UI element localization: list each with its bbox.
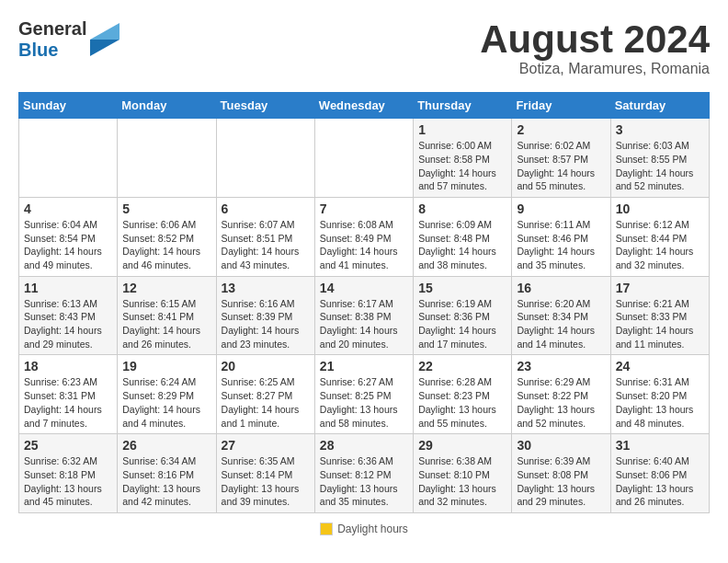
day-number: 1: [418, 122, 506, 137]
col-header-saturday: Saturday: [610, 93, 709, 119]
legend-daylight-label: Daylight hours: [337, 523, 408, 535]
day-info: Sunrise: 6:02 AMSunset: 8:57 PMDaylight:…: [517, 139, 605, 193]
calendar-cell: 1Sunrise: 6:00 AMSunset: 8:58 PMDaylight…: [414, 119, 512, 198]
col-header-monday: Monday: [118, 93, 216, 119]
day-number: 21: [320, 359, 408, 373]
footer-legend: Daylight hours: [18, 523, 710, 535]
day-number: 15: [418, 281, 506, 295]
day-info: Sunrise: 6:39 AMSunset: 8:08 PMDaylight:…: [517, 454, 605, 509]
day-info: Sunrise: 6:24 AMSunset: 8:29 PMDaylight:…: [122, 375, 210, 430]
day-number: 31: [616, 438, 704, 453]
day-number: 24: [616, 359, 704, 373]
day-info: Sunrise: 6:38 AMSunset: 8:10 PMDaylight:…: [418, 454, 506, 509]
calendar-cell: 30Sunrise: 6:39 AMSunset: 8:08 PMDayligh…: [512, 434, 610, 513]
calendar-cell: 18Sunrise: 6:23 AMSunset: 8:31 PMDayligh…: [19, 355, 118, 434]
day-info: Sunrise: 6:28 AMSunset: 8:23 PMDaylight:…: [418, 375, 506, 430]
subtitle: Botiza, Maramures, Romania: [480, 61, 710, 77]
col-header-friday: Friday: [512, 93, 610, 119]
col-header-thursday: Thursday: [414, 93, 512, 119]
calendar-cell: 11Sunrise: 6:13 AMSunset: 8:43 PMDayligh…: [19, 276, 118, 355]
calendar-cell: 22Sunrise: 6:28 AMSunset: 8:23 PMDayligh…: [414, 355, 512, 434]
day-number: 18: [24, 359, 112, 373]
day-number: 26: [122, 438, 210, 453]
day-number: 10: [616, 201, 704, 216]
day-number: 20: [222, 359, 310, 373]
footer: Daylight hours: [18, 523, 710, 535]
day-number: 6: [222, 201, 310, 216]
day-info: Sunrise: 6:15 AMSunset: 8:41 PMDaylight:…: [122, 297, 210, 351]
day-number: 30: [517, 438, 605, 453]
logo: General Blue: [18, 18, 119, 61]
calendar-cell: 14Sunrise: 6:17 AMSunset: 8:38 PMDayligh…: [314, 276, 413, 355]
calendar-cell: 31Sunrise: 6:40 AMSunset: 8:06 PMDayligh…: [610, 434, 709, 513]
calendar-cell: 12Sunrise: 6:15 AMSunset: 8:41 PMDayligh…: [118, 276, 216, 355]
calendar-cell: 26Sunrise: 6:34 AMSunset: 8:16 PMDayligh…: [118, 434, 216, 513]
day-number: 4: [24, 201, 112, 216]
day-info: Sunrise: 6:07 AMSunset: 8:51 PMDaylight:…: [222, 218, 310, 272]
day-number: 13: [222, 281, 310, 295]
calendar-cell: 17Sunrise: 6:21 AMSunset: 8:33 PMDayligh…: [610, 276, 709, 355]
day-info: Sunrise: 6:32 AMSunset: 8:18 PMDaylight:…: [24, 454, 112, 509]
day-number: 12: [122, 281, 210, 295]
logo-icon: [90, 23, 119, 56]
day-number: 14: [320, 281, 408, 295]
calendar-cell: 16Sunrise: 6:20 AMSunset: 8:34 PMDayligh…: [512, 276, 610, 355]
logo-general-text: General: [18, 18, 86, 39]
calendar-cell: 7Sunrise: 6:08 AMSunset: 8:49 PMDaylight…: [314, 197, 413, 276]
calendar-cell: [314, 119, 413, 198]
main-title: August 2024: [480, 18, 710, 61]
day-number: 8: [418, 201, 506, 216]
day-info: Sunrise: 6:06 AMSunset: 8:52 PMDaylight:…: [122, 218, 210, 272]
day-number: 19: [122, 359, 210, 373]
svg-marker-0: [90, 40, 119, 56]
day-info: Sunrise: 6:16 AMSunset: 8:39 PMDaylight:…: [222, 297, 310, 351]
day-number: 22: [418, 359, 506, 373]
day-info: Sunrise: 6:04 AMSunset: 8:54 PMDaylight:…: [24, 218, 112, 272]
day-info: Sunrise: 6:00 AMSunset: 8:58 PMDaylight:…: [418, 139, 506, 193]
calendar-cell: 25Sunrise: 6:32 AMSunset: 8:18 PMDayligh…: [19, 434, 118, 513]
week-row-5: 25Sunrise: 6:32 AMSunset: 8:18 PMDayligh…: [19, 434, 710, 513]
calendar-cell: 3Sunrise: 6:03 AMSunset: 8:55 PMDaylight…: [610, 119, 709, 198]
calendar-cell: 19Sunrise: 6:24 AMSunset: 8:29 PMDayligh…: [118, 355, 216, 434]
day-info: Sunrise: 6:09 AMSunset: 8:48 PMDaylight:…: [418, 218, 506, 272]
day-info: Sunrise: 6:40 AMSunset: 8:06 PMDaylight:…: [616, 454, 704, 509]
day-number: 25: [24, 438, 112, 453]
day-info: Sunrise: 6:35 AMSunset: 8:14 PMDaylight:…: [222, 454, 310, 509]
day-info: Sunrise: 6:36 AMSunset: 8:12 PMDaylight:…: [320, 454, 408, 509]
day-info: Sunrise: 6:21 AMSunset: 8:33 PMDaylight:…: [616, 297, 704, 351]
day-number: 7: [320, 201, 408, 216]
calendar-cell: 6Sunrise: 6:07 AMSunset: 8:51 PMDaylight…: [216, 197, 314, 276]
day-info: Sunrise: 6:08 AMSunset: 8:49 PMDaylight:…: [320, 218, 408, 272]
calendar-cell: [216, 119, 314, 198]
calendar-cell: 27Sunrise: 6:35 AMSunset: 8:14 PMDayligh…: [216, 434, 314, 513]
day-number: 27: [222, 438, 310, 453]
day-info: Sunrise: 6:25 AMSunset: 8:27 PMDaylight:…: [222, 375, 310, 430]
day-info: Sunrise: 6:12 AMSunset: 8:44 PMDaylight:…: [616, 218, 704, 272]
calendar-cell: 2Sunrise: 6:02 AMSunset: 8:57 PMDaylight…: [512, 119, 610, 198]
calendar-cell: 21Sunrise: 6:27 AMSunset: 8:25 PMDayligh…: [314, 355, 413, 434]
week-row-3: 11Sunrise: 6:13 AMSunset: 8:43 PMDayligh…: [19, 276, 710, 355]
week-row-2: 4Sunrise: 6:04 AMSunset: 8:54 PMDaylight…: [19, 197, 710, 276]
day-info: Sunrise: 6:29 AMSunset: 8:22 PMDaylight:…: [517, 375, 605, 430]
day-number: 17: [616, 281, 704, 295]
col-header-tuesday: Tuesday: [216, 93, 314, 119]
day-number: 3: [616, 122, 704, 137]
day-number: 5: [122, 201, 210, 216]
col-header-wednesday: Wednesday: [314, 93, 413, 119]
calendar-cell: 5Sunrise: 6:06 AMSunset: 8:52 PMDaylight…: [118, 197, 216, 276]
calendar-cell: [118, 119, 216, 198]
week-row-1: 1Sunrise: 6:00 AMSunset: 8:58 PMDaylight…: [19, 119, 710, 198]
day-info: Sunrise: 6:03 AMSunset: 8:55 PMDaylight:…: [616, 139, 704, 193]
calendar-table: SundayMondayTuesdayWednesdayThursdayFrid…: [18, 92, 710, 513]
calendar-cell: 24Sunrise: 6:31 AMSunset: 8:20 PMDayligh…: [610, 355, 709, 434]
calendar-cell: 9Sunrise: 6:11 AMSunset: 8:46 PMDaylight…: [512, 197, 610, 276]
day-number: 11: [24, 281, 112, 295]
legend-box-daylight: [320, 523, 333, 535]
day-info: Sunrise: 6:11 AMSunset: 8:46 PMDaylight:…: [517, 218, 605, 272]
day-info: Sunrise: 6:20 AMSunset: 8:34 PMDaylight:…: [517, 297, 605, 351]
calendar-cell: 23Sunrise: 6:29 AMSunset: 8:22 PMDayligh…: [512, 355, 610, 434]
day-info: Sunrise: 6:17 AMSunset: 8:38 PMDaylight:…: [320, 297, 408, 351]
day-info: Sunrise: 6:31 AMSunset: 8:20 PMDaylight:…: [616, 375, 704, 430]
calendar-cell: 4Sunrise: 6:04 AMSunset: 8:54 PMDaylight…: [19, 197, 118, 276]
col-header-sunday: Sunday: [19, 93, 118, 119]
